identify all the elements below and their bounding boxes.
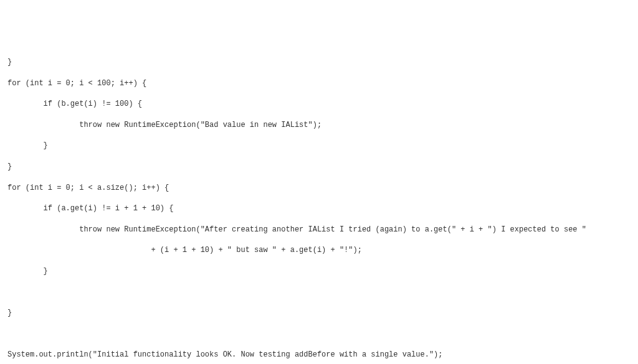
code-line: } <box>7 141 631 151</box>
code-line: throw new RuntimeException("After creati… <box>7 225 631 235</box>
code-line: } <box>7 57 631 68</box>
code-line: for (int i = 0; i < a.size(); i++) { <box>7 183 631 194</box>
code-line: + (i + 1 + 10) + " but saw " + a.get(i) … <box>7 245 631 256</box>
code-viewer: } for (int i = 0; i < 100; i++) { if (b.… <box>7 47 631 364</box>
code-line: throw new RuntimeException("Bad value in… <box>7 120 631 131</box>
code-line: if (a.get(i) != i + 1 + 10) { <box>7 203 631 214</box>
code-line <box>7 287 631 298</box>
code-line: } <box>7 308 631 319</box>
code-line: } <box>7 162 631 172</box>
code-line: for (int i = 0; i < 100; i++) { <box>7 78 631 89</box>
code-line: if (b.get(i) != 100) { <box>7 99 631 110</box>
code-line <box>7 329 631 340</box>
code-line: System.out.println("Initial functionalit… <box>7 350 631 360</box>
code-line: } <box>7 266 631 277</box>
